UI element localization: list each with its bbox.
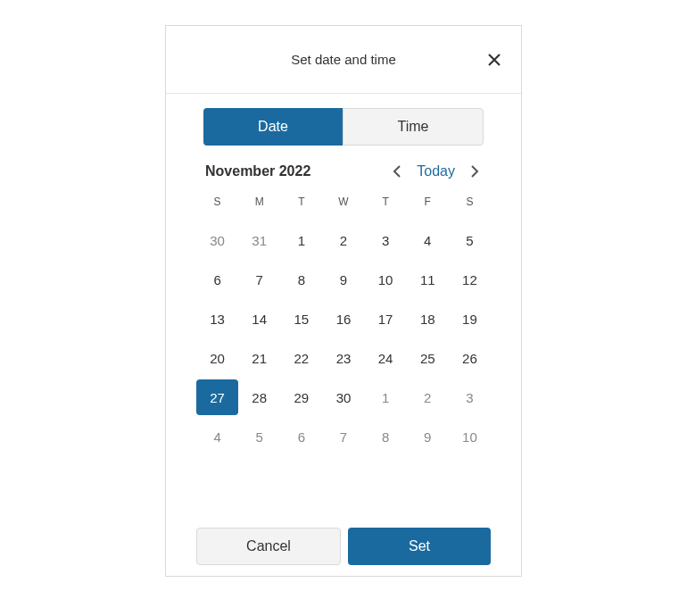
day-cell[interactable]: 10: [449, 419, 491, 454]
month-label: November 2022: [205, 163, 390, 179]
dialog-header: Set date and time: [166, 26, 521, 94]
day-header: M: [238, 196, 280, 219]
day-cell[interactable]: 6: [196, 262, 238, 297]
day-header: T: [365, 196, 407, 219]
day-cell[interactable]: 5: [238, 419, 280, 454]
chevron-right-icon: [470, 165, 479, 178]
tab-row: Date Time: [203, 108, 484, 146]
day-cell[interactable]: 1: [280, 222, 322, 258]
tab-date[interactable]: Date: [203, 108, 343, 146]
day-cell[interactable]: 30: [322, 379, 364, 415]
day-cell[interactable]: 6: [280, 419, 322, 454]
day-header: W: [322, 196, 364, 219]
day-cell[interactable]: 10: [365, 262, 407, 297]
day-cell[interactable]: 21: [238, 340, 280, 376]
tab-time[interactable]: Time: [343, 108, 484, 146]
day-cell[interactable]: 4: [196, 419, 238, 454]
day-cell[interactable]: 9: [322, 262, 364, 297]
day-cell[interactable]: 22: [280, 340, 322, 376]
close-icon: [488, 54, 501, 66]
day-header: F: [407, 196, 449, 219]
day-cell[interactable]: 8: [280, 262, 322, 297]
day-cell[interactable]: 16: [322, 301, 364, 337]
day-cell[interactable]: 31: [238, 222, 280, 258]
today-link[interactable]: Today: [417, 163, 455, 179]
dialog-body: Date Time November 2022 Today: [166, 94, 521, 454]
day-cell[interactable]: 19: [449, 301, 491, 337]
month-nav: Today: [390, 163, 482, 179]
day-header: T: [280, 196, 322, 219]
dialog-title: Set date and time: [291, 52, 396, 67]
day-cell[interactable]: 26: [449, 340, 491, 376]
datetime-dialog: Set date and time Date Time November 202…: [165, 25, 522, 577]
next-month-button[interactable]: [468, 164, 482, 179]
day-cell[interactable]: 3: [365, 222, 407, 258]
day-cell[interactable]: 11: [407, 262, 449, 297]
cancel-button[interactable]: Cancel: [196, 528, 341, 565]
month-row: November 2022 Today: [198, 163, 489, 179]
day-cell[interactable]: 3: [449, 379, 491, 415]
day-cell[interactable]: 8: [365, 419, 407, 454]
day-cell[interactable]: 2: [407, 379, 449, 415]
day-cell[interactable]: 24: [365, 340, 407, 376]
day-cell[interactable]: 7: [322, 419, 364, 454]
day-cell[interactable]: 15: [280, 301, 322, 337]
day-cell[interactable]: 23: [322, 340, 364, 376]
close-button[interactable]: [484, 49, 505, 71]
day-cell[interactable]: 14: [238, 301, 280, 337]
dialog-footer: Cancel Set: [166, 517, 521, 576]
set-button[interactable]: Set: [348, 528, 491, 565]
day-cell[interactable]: 2: [322, 222, 364, 258]
day-cell[interactable]: 1: [365, 379, 407, 415]
day-cell[interactable]: 20: [196, 340, 238, 376]
day-header: S: [449, 196, 491, 219]
day-cell[interactable]: 29: [280, 379, 322, 415]
prev-month-button[interactable]: [390, 164, 404, 179]
day-cell[interactable]: 13: [196, 301, 238, 337]
day-cell[interactable]: 9: [407, 419, 449, 454]
day-cell[interactable]: 25: [407, 340, 449, 376]
day-header: S: [196, 196, 238, 219]
day-cell[interactable]: 18: [407, 301, 449, 337]
calendar-grid: SMTWTFS303112345678910111213141516171819…: [196, 196, 491, 454]
day-cell[interactable]: 17: [365, 301, 407, 337]
day-cell[interactable]: 30: [196, 222, 238, 258]
day-cell[interactable]: 7: [238, 262, 280, 297]
day-cell[interactable]: 5: [449, 222, 491, 258]
day-cell[interactable]: 27: [196, 379, 238, 415]
day-cell[interactable]: 12: [449, 262, 491, 297]
day-cell[interactable]: 4: [407, 222, 449, 258]
day-cell[interactable]: 28: [238, 379, 280, 415]
chevron-left-icon: [393, 165, 401, 178]
